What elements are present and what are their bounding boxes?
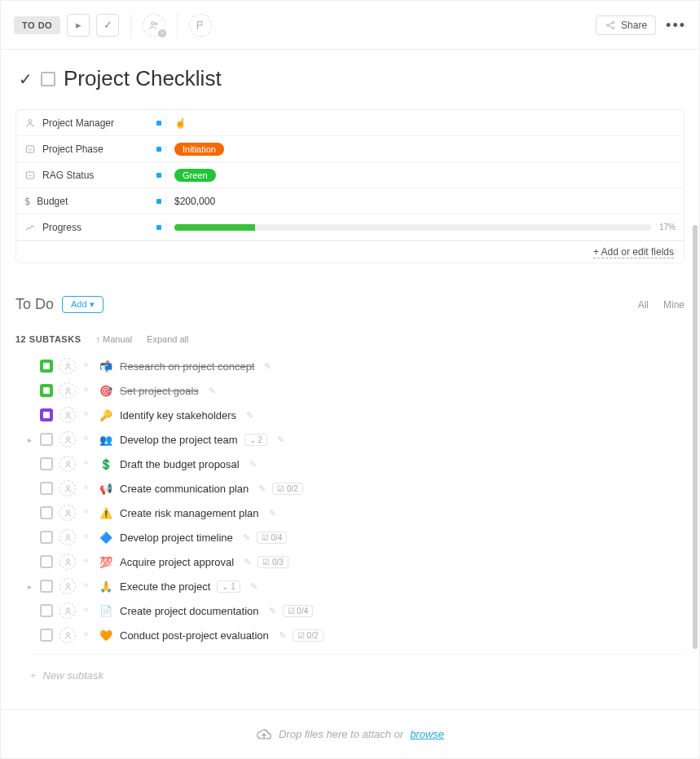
edit-icon[interactable]: ✎ (269, 606, 276, 616)
edit-icon[interactable]: ✎ (277, 435, 284, 445)
subtask-count-badge[interactable]: ⌄2 (244, 434, 268, 446)
task-checkbox[interactable] (40, 580, 53, 593)
task-row[interactable]: ▸⚑👥Develop the project team⌄2✎ (15, 427, 685, 452)
priority-icon[interactable]: ⚑ (82, 557, 92, 567)
priority-icon[interactable]: ⚑ (82, 386, 92, 395)
edit-icon[interactable]: ✎ (250, 581, 258, 592)
assignee-add-icon[interactable] (59, 602, 76, 619)
expand-toggle[interactable]: ▸ (25, 435, 33, 444)
assignee-add-icon[interactable] (59, 627, 76, 643)
status-chip[interactable]: TO DO (14, 16, 60, 34)
priority-icon[interactable]: ⚑ (82, 361, 92, 371)
field-value[interactable]: Green (166, 164, 684, 187)
filter-mine[interactable]: Mine (663, 299, 685, 311)
edit-icon[interactable]: ✎ (249, 459, 257, 470)
assignee-add-icon[interactable] (59, 529, 76, 545)
task-row[interactable]: ⚑🧡Conduct post-project evaluation✎☑ 0/2 (15, 623, 685, 647)
task-name[interactable]: Identify key stakeholders (120, 409, 236, 421)
filter-all[interactable]: All (638, 299, 649, 311)
status-next-button[interactable]: ▸ (67, 14, 90, 37)
task-row[interactable]: ⚑📬Research on project concept✎ (15, 354, 685, 378)
assignee-add-icon[interactable] (59, 407, 76, 423)
task-row[interactable]: ⚑🎯Set project goals✎ (15, 378, 685, 403)
task-checkbox[interactable] (40, 506, 53, 519)
add-edit-fields-button[interactable]: + Add or edit fields (16, 240, 684, 263)
title-checkbox[interactable] (41, 72, 55, 86)
browse-link[interactable]: browse (410, 728, 444, 740)
priority-icon[interactable]: ⚑ (82, 606, 92, 616)
checklist-badge[interactable]: ☑ 0/3 (258, 556, 288, 568)
assignee-add-icon[interactable] (59, 554, 76, 570)
priority-flag-icon[interactable] (189, 14, 212, 37)
field-progress[interactable]: Progress 17% (16, 214, 684, 240)
task-row[interactable]: ⚑🔑Identify key stakeholders✎ (15, 403, 685, 427)
task-name[interactable]: Develop project timeline (120, 532, 233, 544)
task-name[interactable]: Create communication plan (120, 483, 249, 495)
priority-icon[interactable]: ⚑ (82, 630, 92, 640)
edit-icon[interactable]: ✎ (264, 361, 271, 372)
task-checkbox[interactable] (40, 629, 53, 642)
task-checkbox[interactable] (40, 384, 53, 397)
priority-icon[interactable]: ⚑ (82, 483, 92, 493)
assignees-icon[interactable]: + (143, 14, 165, 37)
task-row[interactable]: ⚑🔷Develop project timeline✎☑ 0/4 (15, 525, 685, 549)
new-subtask-input[interactable]: + New subtask (30, 654, 685, 688)
field-value[interactable]: $200,000 (166, 191, 684, 212)
assignee-add-icon[interactable] (59, 480, 76, 496)
checklist-badge[interactable]: ☑ 0/2 (293, 629, 324, 642)
priority-icon[interactable]: ⚑ (82, 410, 92, 420)
edit-icon[interactable]: ✎ (244, 557, 251, 567)
task-checkbox[interactable] (40, 408, 53, 421)
field-rag-status[interactable]: RAG Status Green (16, 162, 684, 188)
assignee-add-icon[interactable] (59, 358, 76, 374)
field-value[interactable]: 17% (166, 218, 684, 236)
edit-icon[interactable]: ✎ (269, 508, 276, 519)
task-checkbox[interactable] (40, 457, 53, 470)
task-name[interactable]: Develop the project team (120, 434, 238, 446)
field-budget[interactable]: $ Budget $200,000 (16, 188, 684, 214)
assignee-add-icon[interactable] (59, 382, 76, 399)
priority-icon[interactable]: ⚑ (82, 435, 92, 444)
task-name[interactable]: Conduct post-project evaluation (120, 629, 269, 642)
field-value[interactable]: ☝ (166, 113, 684, 134)
checklist-badge[interactable]: ☑ 0/2 (272, 483, 303, 495)
more-menu-button[interactable]: ••• (666, 18, 686, 33)
task-row[interactable]: ⚑💲Draft the budget proposal✎ (15, 452, 685, 476)
checklist-badge[interactable]: ☑ 0/4 (257, 532, 288, 544)
task-name[interactable]: Create project documentation (120, 605, 259, 617)
subtask-count-badge[interactable]: ⌄1 (217, 580, 240, 593)
progress-track[interactable] (174, 224, 651, 231)
assignee-add-icon[interactable] (59, 431, 76, 448)
priority-icon[interactable]: ⚑ (82, 459, 92, 469)
task-name[interactable]: Set project goals (120, 385, 199, 397)
edit-icon[interactable]: ✎ (279, 630, 286, 641)
field-project-phase[interactable]: Project Phase Initiation (16, 136, 684, 162)
task-row[interactable]: ▸⚑🙏Execute the project⌄1✎ (15, 574, 685, 598)
page-title[interactable]: Project Checklist (64, 66, 222, 91)
edit-icon[interactable]: ✎ (258, 483, 266, 494)
edit-icon[interactable]: ✎ (243, 532, 250, 543)
task-checkbox[interactable] (40, 604, 53, 617)
task-row[interactable]: ⚑📢Create communication plan✎☑ 0/2 (15, 476, 685, 501)
assignee-add-icon[interactable] (59, 456, 76, 472)
assignee-add-icon[interactable] (59, 578, 76, 594)
task-row[interactable]: ⚑💯Acquire project approval✎☑ 0/3 (15, 549, 685, 574)
share-button[interactable]: Share (596, 15, 656, 35)
task-name[interactable]: Draft the budget proposal (120, 458, 240, 470)
task-checkbox[interactable] (40, 482, 53, 495)
task-name[interactable]: Acquire project approval (120, 556, 234, 568)
edit-icon[interactable]: ✎ (246, 410, 253, 421)
task-name[interactable]: Create risk management plan (120, 507, 259, 519)
assignee-add-icon[interactable] (59, 505, 76, 521)
task-name[interactable]: Execute the project (120, 580, 210, 593)
task-checkbox[interactable] (40, 531, 53, 544)
task-row[interactable]: ⚑⚠️Create risk management plan✎ (15, 501, 685, 525)
checklist-badge[interactable]: ☑ 0/4 (283, 605, 314, 617)
scrollbar[interactable] (693, 225, 698, 649)
field-value[interactable]: Initiation (166, 138, 684, 161)
add-subtask-button[interactable]: Add ▾ (62, 296, 103, 313)
task-row[interactable]: ⚑📄Create project documentation✎☑ 0/4 (15, 598, 685, 623)
task-checkbox[interactable] (40, 433, 53, 446)
expand-toggle[interactable]: ▸ (25, 582, 33, 591)
field-project-manager[interactable]: Project Manager ☝ (16, 110, 684, 136)
